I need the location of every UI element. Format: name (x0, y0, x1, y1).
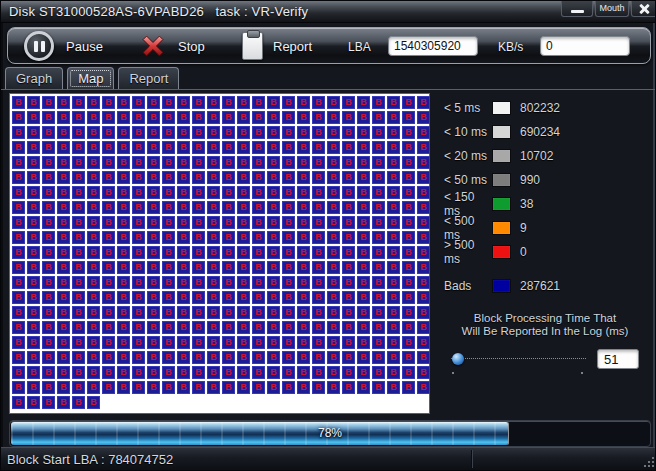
map-block: B (282, 336, 295, 349)
map-block: B (372, 321, 385, 334)
map-block: B (342, 291, 355, 304)
map-block: B (72, 381, 85, 394)
threshold-value-field[interactable] (597, 349, 639, 369)
mouth-button[interactable]: Mouth (595, 1, 629, 17)
map-block: B (117, 216, 130, 229)
map-block: B (222, 126, 235, 139)
map-block: B (12, 141, 25, 154)
map-block: B (372, 381, 385, 394)
map-block: B (117, 186, 130, 199)
map-block: B (12, 261, 25, 274)
map-block: B (297, 216, 310, 229)
map-block: B (162, 306, 175, 319)
map-block: B (87, 96, 100, 109)
map-block: B (402, 96, 415, 109)
map-block: B (282, 261, 295, 274)
map-block: B (192, 126, 205, 139)
map-block: B (42, 171, 55, 184)
map-block: B (402, 366, 415, 379)
tab-graph[interactable]: Graph (5, 67, 63, 89)
map-block: B (402, 126, 415, 139)
tab-focus-outline (70, 70, 111, 87)
kbs-field[interactable] (540, 36, 630, 56)
map-block: B (57, 231, 70, 244)
map-block: B (297, 351, 310, 364)
map-block: B (357, 141, 370, 154)
map-block: B (132, 216, 145, 229)
legend-row: < 20 ms10702 (444, 144, 644, 168)
map-block: B (117, 306, 130, 319)
map-block: B (312, 156, 325, 169)
close-button[interactable] (631, 1, 656, 17)
report-clipboard-icon[interactable] (242, 32, 263, 60)
map-block: B (27, 291, 40, 304)
stop-button[interactable]: Stop (178, 39, 205, 54)
map-block: B (282, 96, 295, 109)
map-block: B (57, 336, 70, 349)
threshold-slider[interactable] (451, 352, 586, 366)
map-block: B (102, 336, 115, 349)
map-block: B (282, 366, 295, 379)
map-block: B (222, 216, 235, 229)
map-block: B (177, 186, 190, 199)
report-button[interactable]: Report (273, 39, 312, 54)
map-block: B (162, 351, 175, 364)
stop-x-icon[interactable] (138, 32, 168, 60)
map-block: B (222, 381, 235, 394)
map-block: B (132, 276, 145, 289)
pause-icon[interactable] (24, 31, 54, 61)
tab-report[interactable]: Report (118, 67, 179, 89)
map-block: B (12, 231, 25, 244)
map-block: B (12, 246, 25, 259)
threshold-description-line2: Will Be Reported In the Log (ms) (439, 325, 651, 338)
map-block: B (402, 156, 415, 169)
map-block: B (42, 276, 55, 289)
map-block: B (222, 141, 235, 154)
map-block: B (222, 321, 235, 334)
map-block: B (372, 126, 385, 139)
map-block: B (87, 396, 100, 409)
map-block: B (27, 231, 40, 244)
resize-grip-icon[interactable] (642, 455, 654, 467)
map-block: B (57, 156, 70, 169)
map-block: B (12, 111, 25, 124)
map-block: B (72, 396, 85, 409)
legend-count: 10702 (520, 149, 553, 163)
map-block: B (207, 231, 220, 244)
map-block: B (72, 246, 85, 259)
minimize-button[interactable] (561, 1, 593, 17)
map-block: B (327, 366, 340, 379)
map-block: B (402, 171, 415, 184)
map-block: B (327, 381, 340, 394)
threshold-slider-track[interactable] (451, 358, 586, 359)
map-block: B (57, 276, 70, 289)
map-block: B (102, 111, 115, 124)
map-block: B (27, 141, 40, 154)
map-block: B (132, 126, 145, 139)
map-block: B (357, 186, 370, 199)
map-block: B (312, 306, 325, 319)
map-block: B (237, 291, 250, 304)
legend-label: < 20 ms (444, 149, 493, 163)
pause-button[interactable]: Pause (66, 39, 103, 54)
map-block: B (162, 111, 175, 124)
lba-field[interactable] (388, 36, 478, 56)
map-block: B (132, 261, 145, 274)
map-block: B (162, 96, 175, 109)
map-block: B (297, 261, 310, 274)
map-block: B (282, 231, 295, 244)
map-block: B (27, 126, 40, 139)
tab-map[interactable]: Map (67, 67, 114, 89)
map-block: B (207, 96, 220, 109)
legend-label: < 10 ms (444, 125, 493, 139)
map-block: B (42, 381, 55, 394)
map-block: B (132, 336, 145, 349)
threshold-slider-thumb[interactable] (452, 353, 464, 365)
map-block: B (27, 321, 40, 334)
map-block: B (162, 291, 175, 304)
map-block: B (192, 276, 205, 289)
threshold-description-line1: Block Processing Time That (439, 312, 651, 325)
map-block: B (57, 201, 70, 214)
map-block: B (282, 246, 295, 259)
map-block: B (357, 366, 370, 379)
